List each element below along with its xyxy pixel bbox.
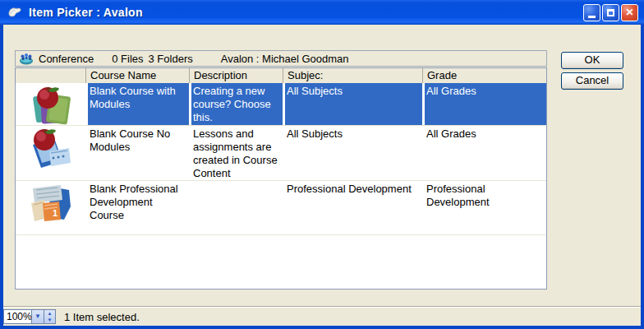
selection-status-text: 1 Item selected. — [64, 311, 140, 323]
item-picker-window: Item Picker : Avalon ✕ Conference 0 File… — [0, 0, 644, 329]
header-course-name[interactable]: Course Name — [85, 68, 189, 83]
header-description[interactable]: Description — [189, 68, 283, 83]
table-row[interactable]: Blank Course with Modules Creating a new… — [16, 83, 546, 126]
cell-course-name[interactable]: Blank Course with Modules — [85, 83, 189, 125]
cell-course-name[interactable]: Blank Course No Modules — [85, 126, 189, 180]
cell-grade[interactable]: All Grades — [422, 83, 546, 125]
row-icon-cell — [16, 83, 85, 125]
dialog-client-area: Conference 0 Files 3 Folders Avalon : Mi… — [3, 25, 641, 326]
ok-button[interactable]: OK — [561, 52, 623, 69]
item-table: Course Name Description Subjec: Grade — [15, 67, 547, 290]
chevron-up-icon: ▲ — [44, 310, 55, 317]
cell-grade[interactable]: All Grades — [422, 126, 546, 180]
header-subject[interactable]: Subjec: — [283, 68, 422, 83]
svg-text:1: 1 — [53, 208, 58, 218]
titlebar[interactable]: Item Picker : Avalon ✕ — [0, 0, 644, 25]
cell-course-name[interactable]: Blank Professional Development Course — [85, 181, 189, 234]
table-header: Course Name Description Subjec: Grade — [16, 68, 546, 83]
minimize-button[interactable] — [583, 4, 600, 21]
chevron-down-icon[interactable]: ▼ — [31, 310, 44, 323]
cell-subject[interactable]: All Subjects — [283, 83, 422, 125]
zoom-level-value: 100% — [4, 310, 31, 323]
window-title: Item Picker : Avalon — [29, 6, 143, 19]
maximize-icon — [607, 9, 614, 16]
window-controls: ✕ — [583, 4, 638, 21]
close-icon: ✕ — [625, 7, 633, 18]
header-grade[interactable]: Grade — [422, 68, 546, 83]
status-bar: 100% ▼ ▲▼ 1 Item selected. — [3, 308, 641, 326]
conference-label: Conference — [39, 53, 94, 65]
row-icon-cell: 1 — [16, 181, 85, 234]
apple-folders-icon — [26, 84, 77, 125]
table-row[interactable]: 1 Blank Professional Development Course … — [16, 181, 546, 235]
zoom-level-select[interactable]: 100% ▼ ▲▼ — [3, 309, 56, 324]
cell-subject[interactable]: All Subjects — [283, 126, 422, 180]
cancel-button[interactable]: Cancel — [561, 72, 623, 90]
window-icon — [7, 5, 22, 20]
map-book-icon: 1 — [26, 182, 77, 225]
zoom-stepper[interactable]: ▲▼ — [44, 310, 55, 323]
table-row[interactable]: 1 Blank Course No Modules Lessons and as… — [16, 126, 546, 181]
cell-subject[interactable]: Professional Development — [283, 181, 422, 234]
conference-icon — [19, 53, 34, 65]
apple-notebook-icon: 1 — [26, 127, 77, 169]
files-count: 0 Files — [112, 53, 143, 65]
cell-description[interactable]: Creating a new course? Choose this. — [189, 83, 283, 125]
info-bar: Conference 0 Files 3 Folders Avalon : Mi… — [15, 50, 547, 67]
close-button[interactable]: ✕ — [621, 4, 638, 21]
cell-description[interactable]: Lessons and assignments are created in C… — [189, 126, 283, 180]
minimize-icon — [588, 16, 596, 18]
row-icon-cell: 1 — [16, 126, 85, 180]
folders-count: 3 Folders — [149, 53, 193, 65]
context-label: Avalon : Michael Goodman — [221, 53, 349, 65]
chevron-down-icon: ▼ — [44, 317, 55, 323]
maximize-button[interactable] — [602, 4, 619, 21]
cell-grade[interactable]: Professional Development — [422, 181, 546, 234]
header-icon-col — [16, 68, 85, 83]
cell-description[interactable] — [189, 181, 283, 234]
